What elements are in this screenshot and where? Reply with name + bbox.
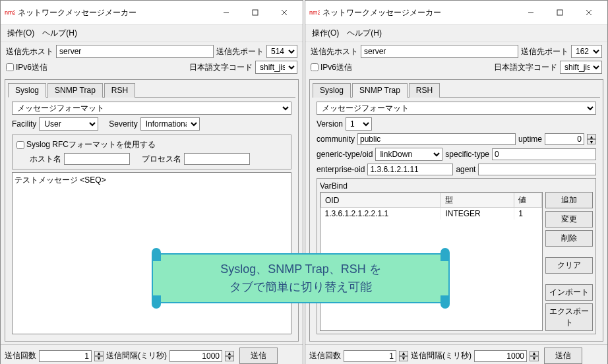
uptime-down[interactable]: ▼ [587,139,596,144]
tab-snmp[interactable]: SNMP Trap [352,83,408,98]
version-select[interactable]: 1 [346,117,372,131]
vb-header-type[interactable]: 型 [441,193,514,208]
svg-text:nm2: nm2 [5,9,15,16]
enterprise-oid-label: enterprise-oid [317,165,365,174]
vb-export-button[interactable]: エクスポート [545,303,593,331]
uptime-up[interactable]: ▲ [587,134,596,139]
menu-help[interactable]: ヘルプ(H) [343,26,386,40]
tab-syslog[interactable]: Syslog [8,83,46,98]
dest-port-select[interactable]: 162 [571,45,602,58]
community-input[interactable] [357,133,516,145]
table-row[interactable]: 1.3.6.1.2.1.2.2.1.1 INTEGER 1 [321,208,542,220]
rfc-checkbox[interactable] [16,141,24,149]
encoding-select[interactable]: shift_jis [560,61,602,74]
window-title: ネットワークメッセージメーカー [18,7,212,18]
specific-type-label: specific-type [445,150,489,159]
interval-down[interactable]: ▼ [530,356,539,361]
interval-up[interactable]: ▲ [225,351,234,356]
menubar: 操作(O) ヘルプ(H) [1,25,303,42]
vb-header-value[interactable]: 値 [514,193,542,208]
vb-add-button[interactable]: 追加 [545,192,593,208]
close-button[interactable] [574,3,603,22]
tab-snmp[interactable]: SNMP Trap [47,83,103,98]
maximize-button[interactable] [545,3,574,22]
procname-label: プロセス名 [142,154,181,165]
vb-import-button[interactable]: インポート [545,284,593,301]
titlebar: nm2 ネットワークメッセージメーカー [305,1,607,25]
vb-clear-button[interactable]: クリア [545,257,593,274]
menubar: 操作(O) ヘルプ(H) [305,25,607,42]
message-format-select[interactable]: メッセージフォーマット [317,102,596,115]
procname-input[interactable] [184,153,250,165]
titlebar: nm2 ネットワークメッセージメーカー [1,1,303,25]
encoding-label: 日本語文字コード [494,62,557,73]
generic-type-select[interactable]: linkDown [375,148,442,161]
dest-host-input[interactable] [361,45,518,58]
uptime-input[interactable] [545,133,584,145]
interval-up[interactable]: ▲ [530,351,539,356]
send-interval-label: 送信間隔(ミリ秒) [106,350,167,361]
vb-header-oid[interactable]: OID [321,193,441,208]
count-up[interactable]: ▲ [399,351,408,356]
tab-syslog[interactable]: Syslog [313,83,351,98]
svg-rect-9 [557,10,562,15]
facility-label: Facility [12,119,36,129]
vb-delete-button[interactable]: 削除 [545,230,593,247]
dest-port-label: 送信先ポート [216,46,264,57]
menu-help[interactable]: ヘルプ(H) [38,26,81,40]
send-interval-label: 送信間隔(ミリ秒) [411,350,471,361]
send-interval-input[interactable] [474,350,527,362]
count-down[interactable]: ▼ [94,356,104,361]
specific-type-input[interactable] [492,148,596,160]
dest-host-label: 送信先ホスト [6,46,53,57]
count-up[interactable]: ▲ [94,351,104,356]
send-count-input[interactable] [344,350,396,362]
callout-annotation: Syslog、SNMP Trap、RSH を タブで簡単に切り替え可能 [152,253,450,303]
message-format-select[interactable]: メッセージフォーマット [12,102,291,115]
generic-type-label: generic-type/oid [317,150,373,159]
maximize-button[interactable] [241,3,270,22]
dest-host-input[interactable] [56,45,214,58]
rfc-label: Syslog RFCフォーマットを使用する [26,139,156,150]
menu-operation[interactable]: 操作(O) [308,26,343,40]
tab-rsh[interactable]: RSH [104,83,135,98]
send-count-input[interactable] [39,350,92,362]
svg-rect-3 [253,10,258,15]
app-icon: nm2 [5,7,15,18]
agent-input[interactable] [478,164,596,175]
interval-down[interactable]: ▼ [225,356,234,361]
send-button[interactable]: 送信 [544,348,582,364]
close-button[interactable] [270,3,299,22]
ipv6-checkbox[interactable] [311,63,319,71]
send-interval-input[interactable] [169,350,222,362]
dest-port-select[interactable]: 514 [266,45,297,58]
facility-select[interactable]: User [39,117,98,131]
send-count-label: 送信回数 [5,350,36,361]
ipv6-checkbox-label[interactable]: IPv6送信 [6,62,47,73]
svg-text:nm2: nm2 [309,9,320,16]
dest-port-label: 送信先ポート [521,46,568,57]
window-title: ネットワークメッセージメーカー [322,7,516,18]
community-label: community [317,135,355,144]
menu-operation[interactable]: 操作(O) [3,26,38,40]
window-right: nm2 ネットワークメッセージメーカー 操作(O) ヘルプ(H) 送信先ホスト … [305,0,608,364]
minimize-button[interactable] [212,3,241,22]
enterprise-oid-input[interactable] [367,164,453,175]
vb-edit-button[interactable]: 変更 [545,211,593,228]
ipv6-checkbox-label[interactable]: IPv6送信 [311,62,352,73]
hostname-input[interactable] [64,153,130,165]
encoding-select[interactable]: shift_jis [255,61,297,74]
ipv6-checkbox[interactable] [6,63,14,71]
minimize-button[interactable] [516,3,545,22]
count-down[interactable]: ▼ [399,356,408,361]
tab-strip: Syslog SNMP Trap RSH [5,80,298,98]
tab-strip: Syslog SNMP Trap RSH [310,80,603,98]
send-button[interactable]: 送信 [239,348,278,364]
app-icon: nm2 [309,7,320,18]
uptime-label: uptime [518,135,542,144]
hostname-label: ホスト名 [30,154,61,165]
tab-rsh[interactable]: RSH [409,83,440,98]
severity-select[interactable]: Informational [140,117,200,131]
send-count-label: 送信回数 [309,350,341,361]
version-label: Version [317,119,343,129]
